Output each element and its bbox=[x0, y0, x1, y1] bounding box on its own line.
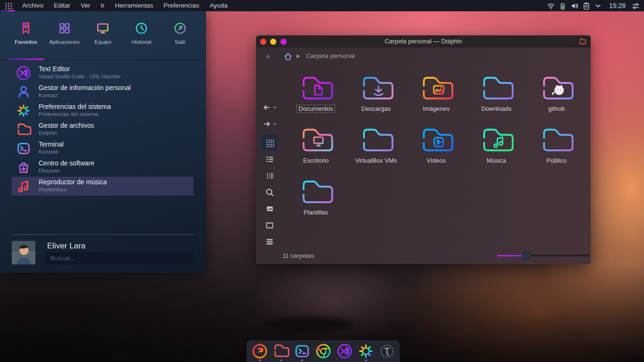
folder-label: Escritorio bbox=[301, 156, 331, 165]
app-item-kontact[interactable]: Gestor de información personal Kontact bbox=[12, 82, 193, 101]
running-indicator bbox=[280, 360, 282, 361]
search-icon[interactable] bbox=[256, 187, 283, 198]
folder-count: 11 carpetas bbox=[282, 252, 314, 259]
search-input[interactable] bbox=[45, 252, 193, 264]
chevron-down-icon[interactable] bbox=[594, 1, 603, 10]
tab-equipo[interactable]: Equipo bbox=[84, 15, 123, 60]
application-launcher: FavoritosAplicacionesEquipoHistorialSali… bbox=[0, 11, 206, 273]
menu-icon-glyph bbox=[265, 237, 274, 247]
window-titlebar[interactable]: Carpeta personal — Dolphin bbox=[256, 35, 591, 48]
bookmark-star-icon[interactable]: ★ bbox=[264, 52, 272, 62]
network-wifi-icon[interactable] bbox=[546, 1, 556, 10]
compact-view-icon[interactable] bbox=[256, 170, 283, 181]
app-item-discover[interactable]: Centro de software Discover bbox=[12, 158, 193, 177]
file-manager-icon bbox=[16, 122, 32, 138]
app-subtitle: Preferencias del sistema bbox=[39, 111, 98, 117]
tweaks-icon[interactable] bbox=[631, 1, 640, 10]
vscode-dock-icon[interactable] bbox=[334, 340, 355, 362]
location-toolbar: ★ ▶ Carpeta personal bbox=[256, 48, 591, 66]
split-view-icon[interactable] bbox=[256, 220, 283, 231]
tab-salir[interactable]: Salir bbox=[161, 15, 199, 60]
user-name: Eliver Lara bbox=[47, 241, 85, 251]
latte-dock-icon[interactable] bbox=[376, 340, 397, 362]
running-indicator bbox=[258, 360, 261, 361]
app-item-preferencias-del-sistema[interactable]: Preferencias del sistema Preferencias de… bbox=[12, 101, 193, 120]
preview-icon[interactable] bbox=[256, 203, 283, 214]
folder-icon bbox=[538, 125, 574, 154]
tweaks-glyph bbox=[631, 1, 640, 10]
divider bbox=[12, 234, 193, 235]
folder-icon bbox=[358, 125, 394, 154]
folder-icon bbox=[479, 125, 514, 154]
battery-icon-glyph bbox=[558, 1, 567, 10]
contacts-icon bbox=[16, 84, 32, 100]
battery-icon[interactable] bbox=[558, 1, 568, 10]
chrome-icon-glyph bbox=[314, 342, 332, 360]
folder-p-blico[interactable]: Público bbox=[526, 125, 586, 174]
breadcrumb[interactable]: Carpeta personal bbox=[306, 52, 355, 59]
settings-dock-icon[interactable] bbox=[355, 340, 376, 362]
app-item-visual-studio-code-url-handler[interactable]: Text Editor Visual Studio Code - URL Han… bbox=[12, 64, 193, 82]
back-icon-glyph bbox=[262, 103, 272, 112]
icons-view-icon[interactable] bbox=[256, 137, 283, 148]
network-wifi-icon-glyph bbox=[546, 1, 555, 10]
launcher-grid-icon[interactable] bbox=[0, 0, 17, 11]
tab-aplicaciones[interactable]: Aplicaciones bbox=[45, 15, 84, 60]
details-view-icon-glyph bbox=[265, 155, 274, 164]
dock bbox=[247, 340, 400, 362]
folder-downloads[interactable]: Downloads bbox=[466, 73, 527, 122]
menu-ir[interactable]: Ir bbox=[96, 0, 110, 11]
home-icon[interactable] bbox=[283, 52, 293, 61]
avatar[interactable] bbox=[12, 241, 35, 264]
latte-dock-icon-glyph bbox=[378, 342, 396, 360]
menu-editar[interactable]: Editar bbox=[49, 0, 75, 11]
app-subtitle: Dolphin bbox=[39, 130, 57, 136]
dolphin-window: Carpeta personal — Dolphin ★ ▶ Carpeta p… bbox=[256, 35, 591, 264]
app-item-dolphin[interactable]: Gestor de archivos Dolphin bbox=[12, 120, 193, 139]
tab-favoritos[interactable]: Favoritos bbox=[7, 15, 45, 60]
menu-icon[interactable] bbox=[256, 236, 283, 247]
clipboard-icon[interactable] bbox=[582, 1, 591, 10]
split-view-icon-glyph bbox=[265, 221, 274, 230]
clipboard-icon-glyph bbox=[582, 1, 591, 10]
folder-github[interactable]: github bbox=[526, 73, 586, 122]
clock[interactable]: 15:28 bbox=[609, 2, 626, 9]
folder-im-genes[interactable]: Imágenes bbox=[406, 73, 466, 122]
app-title: Terminal bbox=[39, 140, 64, 148]
details-view-icon[interactable] bbox=[256, 154, 283, 165]
app-title: Gestor de información personal bbox=[39, 84, 131, 91]
folder-escritorio[interactable]: Escritorio bbox=[286, 125, 346, 174]
compact-view-icon-glyph bbox=[265, 171, 274, 181]
menu-archivo[interactable]: Archivo bbox=[17, 0, 49, 11]
volume-icon-glyph bbox=[570, 1, 579, 10]
menu-preferencias[interactable]: Preferencias bbox=[158, 0, 205, 11]
zoom-slider-handle[interactable] bbox=[522, 251, 531, 260]
folder-descargas[interactable]: Descargas bbox=[346, 73, 406, 122]
folder-documentos[interactable]: Documentos bbox=[286, 73, 346, 122]
folder-virtualbox-vms[interactable]: VirtualBox VMs bbox=[346, 125, 406, 174]
statusbar: 11 carpetas bbox=[256, 248, 591, 264]
home-glyph bbox=[283, 52, 293, 61]
firefox-icon[interactable] bbox=[249, 340, 270, 362]
app-item-konsole[interactable]: Terminal Konsole bbox=[12, 139, 193, 158]
menu-ver[interactable]: Ver bbox=[75, 0, 95, 11]
back-icon[interactable] bbox=[256, 102, 283, 113]
tab-label: Historial bbox=[132, 39, 152, 45]
zoom-slider[interactable] bbox=[497, 255, 589, 257]
chrome-icon[interactable] bbox=[313, 340, 334, 362]
files-icon[interactable] bbox=[270, 340, 291, 362]
window-title: Carpeta personal — Dolphin bbox=[256, 35, 591, 48]
launcher-tabs: FavoritosAplicacionesEquipoHistorialSali… bbox=[7, 15, 199, 60]
folder-v-deos[interactable]: Vídeos bbox=[406, 125, 466, 174]
folder-plantillas[interactable]: Plantillas bbox=[286, 177, 346, 226]
volume-icon[interactable] bbox=[570, 1, 579, 10]
app-title: Reproductor de música bbox=[39, 178, 107, 186]
folder-label: Plantillas bbox=[301, 208, 330, 216]
tab-historial[interactable]: Historial bbox=[122, 15, 161, 60]
konsole-icon[interactable] bbox=[291, 340, 313, 362]
menu-herramientas[interactable]: Herramientas bbox=[110, 0, 158, 11]
menu-ayuda[interactable]: Ayuda bbox=[205, 0, 233, 11]
app-item-rhythmbox[interactable]: Reproductor de música Rhythmbox bbox=[12, 177, 193, 196]
forward-icon[interactable] bbox=[256, 118, 283, 130]
folder-m-sica[interactable]: Música bbox=[466, 125, 527, 174]
